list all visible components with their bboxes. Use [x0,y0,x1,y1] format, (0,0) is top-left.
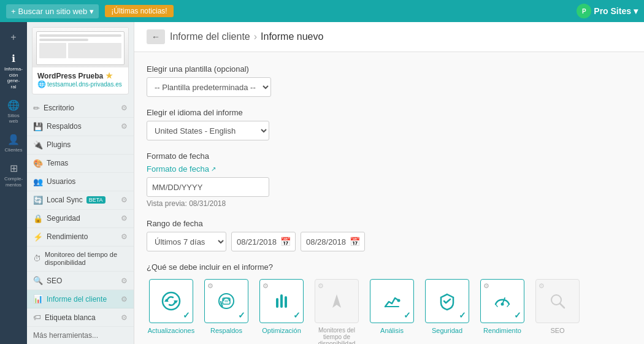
svg-marker-9 [332,294,341,308]
nav-item-informe[interactable]: 📊 Informe del cliente ⚙ [27,290,134,308]
sidebar-item-sites[interactable]: 🌐 Sitios web [0,94,27,129]
language-select[interactable]: United States - English [147,121,269,140]
site-preview-image [33,28,128,67]
mockup-col-2 [68,43,121,58]
main-content: ← Informe del cliente › Informe nuevo El… [134,22,644,344]
report-item-respaldos: ⚙ ✓ Respaldos [202,279,251,344]
date-range-select[interactable]: Últimos 7 días [147,232,226,251]
topbar-right: P Pro Sites ▾ [577,4,638,18]
external-link-icon: ↗ [211,166,216,172]
mockup-content [39,43,121,58]
respaldos-icon [215,289,238,313]
site-name: WordPress Prueba ★ [37,71,123,80]
svg-rect-10 [385,306,399,307]
report-item-analisis: ✓ Análisis [367,279,416,344]
date-format-input[interactable] [147,177,269,197]
prosites-avatar: P [577,4,591,18]
optimizacion-item-gear: ⚙ [263,282,269,290]
svg-point-12 [501,303,504,306]
prosites-dropdown[interactable]: ▾ [634,6,638,16]
news-badge[interactable]: ¡Últimas noticias! [105,5,173,17]
date-format-link[interactable]: Formato de fecha ↗ [147,164,632,174]
report-item-monitores-wrap[interactable]: ⚙ [315,279,359,323]
report-item-analisis-wrap[interactable]: ✓ [370,279,414,323]
report-item-seguridad: ✓ Seguridad [423,279,472,344]
nav-item-seo[interactable]: 🔍 SEO ⚙ [27,272,134,290]
actualizaciones-label: Actualizaciones [148,327,194,334]
sidebar-item-addons[interactable]: ⊞ Comple-mentos [0,158,27,193]
seguridad-gear-icon[interactable]: ⚙ [121,214,128,223]
rendimiento-item-gear: ⚙ [483,282,489,290]
nav-item-monitoreo[interactable]: ⏱ Monitoreo del tiempo de disponibilidad [27,247,134,272]
include-section: ¿Qué se debe incluir en el informe? [147,262,632,344]
language-label: Elegir el idioma del informe [147,108,632,117]
main-layout: + ℹ Informa-ción gene-ral 🌐 Sitios web 👤… [0,22,644,344]
svg-rect-5 [224,300,228,302]
report-item-actualizaciones-wrap[interactable]: ✓ [149,279,193,323]
optimizacion-check: ✓ [293,310,301,320]
date-from-input[interactable] [231,232,296,251]
nav-item-rendimiento-label: Rendimiento [47,232,88,241]
rendimiento-icon: ⚡ [33,232,43,242]
nav-item-seguridad[interactable]: 🔒 Seguridad ⚙ [27,210,134,228]
nav-item-etiqueta-label: Etiqueta blanca [45,313,96,322]
nav-item-usuarios[interactable]: 👥 Usuarios [27,173,134,191]
svg-rect-8 [285,296,287,308]
date-to-input[interactable] [301,232,365,251]
star-icon[interactable]: ★ [105,71,113,80]
sidebar-item-clients-label: Clientes [5,147,23,153]
report-item-seguridad-wrap[interactable]: ✓ [425,279,469,323]
nav-more[interactable]: Más herramientas... [27,327,134,344]
sidebar-item-add[interactable]: + [0,27,27,48]
respaldos-gear-icon[interactable]: ⚙ [121,122,128,131]
informe-gear-icon[interactable]: ⚙ [121,295,128,304]
dropdown-arrow: ▾ [90,7,94,16]
monitores-icon [325,289,348,313]
sidebar-item-clients[interactable]: 👤 Clientes [0,129,27,158]
report-item-optimizacion-wrap[interactable]: ⚙ ✓ [259,279,304,323]
sidebar-item-info[interactable]: ℹ Informa-ción gene-ral [0,48,27,94]
optimizacion-label: Optimización [262,327,301,334]
back-button[interactable]: ← [147,29,165,44]
mockup-col-1 [39,43,66,58]
localsync-gear-icon[interactable]: ⚙ [121,196,128,204]
date-preview: Vista previa: 08/31/2018 [147,199,632,208]
report-item-seo-wrap[interactable]: ⚙ [535,279,580,323]
svg-rect-6 [280,294,283,308]
escritorio-icon: ✏ [33,104,40,113]
seguridad-item-icon [435,289,459,313]
nav-item-plugins-label: Plugins [47,140,71,149]
nav-item-respaldos[interactable]: 💾 Respaldos ⚙ [27,118,134,136]
report-item-rendimiento: ⚙ ✓ Rendimiento [478,279,527,344]
seo-gear-icon[interactable]: ⚙ [121,277,128,285]
add-site-button[interactable]: + Buscar un sitio web ▾ [6,4,99,18]
escritorio-gear-icon[interactable]: ⚙ [121,104,128,112]
nav-item-escritorio[interactable]: ✏ Escritorio ⚙ [27,99,134,118]
nav-item-localsync[interactable]: 🔄 Local Sync BETA ⚙ [27,191,134,210]
rendimiento-check: ✓ [514,310,521,320]
search-input-label: Buscar un sitio web [18,7,88,16]
seo-label: SEO [550,327,564,334]
optimizacion-icon [270,289,293,313]
nav-item-rendimiento[interactable]: ⚡ Rendimiento ⚙ [27,228,134,247]
nav-item-plugins[interactable]: 🔌 Plugins [27,136,134,155]
content-body: Elegir una plantilla (opcional) -- Plant… [134,52,644,344]
mockup-bar-1 [39,34,121,37]
rendimiento-gear-icon[interactable]: ⚙ [121,232,128,241]
report-item-rendimiento-wrap[interactable]: ⚙ ✓ [480,279,524,323]
nav-item-temas[interactable]: 🎨 Temas [27,155,134,173]
respaldos-icon: 💾 [33,122,43,131]
nav-item-etiqueta[interactable]: 🏷 Etiqueta blanca ⚙ [27,308,134,327]
actualizaciones-icon [159,289,183,313]
nav-more-label: Más herramientas... [33,331,98,340]
prosites-logo: P Pro Sites ▾ [577,4,638,18]
analisis-label: Análisis [380,327,404,334]
sidebar-item-addons-label: Comple-mentos [4,176,23,188]
date-format-label: Formato de fecha [147,151,632,161]
report-item-respaldos-wrap[interactable]: ⚙ ✓ [204,279,248,323]
report-item-optimizacion: ⚙ ✓ Optimización [257,279,306,344]
template-select[interactable]: -- Plantilla predeterminada -- [147,77,271,97]
etiqueta-gear-icon[interactable]: ⚙ [121,313,128,322]
report-items: ✓ Actualizaciones ⚙ [147,279,632,344]
respaldos-item-gear: ⚙ [207,282,213,290]
